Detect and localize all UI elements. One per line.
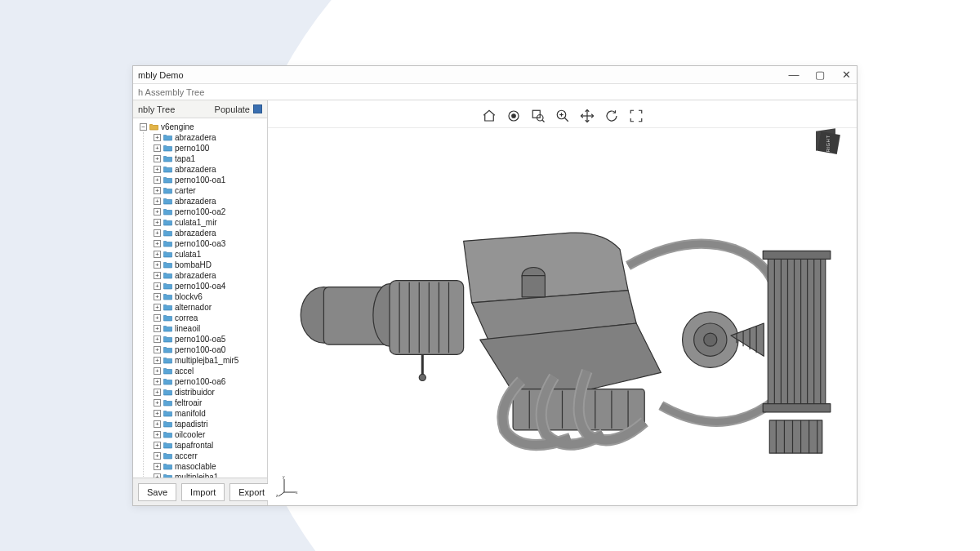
home-icon[interactable] [480,107,498,125]
expander-icon[interactable]: + [154,304,161,311]
tree-node[interactable]: +perno100-oa4 [154,281,265,291]
expander-icon[interactable]: + [154,442,161,449]
tree-node-label: abrazadera [175,228,216,238]
expander-icon[interactable]: + [154,208,161,216]
expander-icon[interactable]: + [154,431,161,438]
expander-icon[interactable]: + [154,176,161,184]
expander-icon[interactable]: + [154,367,161,375]
folder-icon [163,325,172,332]
expander-icon[interactable]: − [140,123,147,131]
expander-icon[interactable]: + [154,452,161,460]
tree-node[interactable]: +multiplejba1 [154,472,265,478]
svg-rect-44 [763,404,831,412]
tree-node[interactable]: +tapafrontal [154,440,265,451]
expander-icon[interactable]: + [154,144,161,152]
expander-icon[interactable]: + [154,261,161,269]
expander-icon[interactable]: + [154,282,161,290]
tree-node[interactable]: +perno100-oa6 [154,376,265,387]
tree-node[interactable]: +perno100 [154,143,265,153]
tree-node[interactable]: +perno100-oa3 [154,238,265,249]
folder-icon [163,304,172,311]
tree-root-node[interactable]: − v6engine [140,122,265,132]
tree-node[interactable]: +perno100-oa2 [154,207,265,217]
tree-node[interactable]: +distribuidor [154,387,265,398]
tree-node-label: accerr [175,451,198,461]
tree-node[interactable]: +perno100-oa0 [154,344,265,355]
expander-icon[interactable]: + [154,346,161,353]
fit-all-icon[interactable] [627,107,645,125]
app-window: mbly Demo — ▢ ✕ nbly Tree Populate − [132,65,858,506]
tree-node[interactable]: +feltroair [154,398,265,408]
visibility-icon[interactable] [505,107,523,125]
tree-node[interactable]: +perno100-oa5 [154,334,265,344]
expander-icon[interactable]: + [154,187,161,194]
viewport-3d[interactable]: RIGHT [268,100,857,505]
maximize-button[interactable]: ▢ [813,66,827,84]
tree-node-label: perno100-oa3 [175,238,225,249]
tree-node[interactable]: +perno100-oa1 [154,175,265,185]
tree-node[interactable]: +carter [154,185,265,196]
expander-icon[interactable]: + [154,357,161,364]
expander-icon[interactable]: + [154,251,161,258]
tree-node[interactable]: +accel [154,366,265,376]
tree-node[interactable]: +bombaHD [154,260,265,270]
expander-icon[interactable]: + [154,378,161,385]
tree-node[interactable]: +blockv6 [154,291,265,302]
expander-icon[interactable]: + [154,155,161,162]
folder-icon [163,378,172,385]
tree-node-label: manifold [175,408,206,419]
tree-node[interactable]: +accerr [154,451,265,461]
zoom-icon[interactable] [554,107,572,125]
expander-icon[interactable]: + [154,272,161,279]
tree-node[interactable]: +tapadistri [154,419,265,429]
orbit-icon[interactable] [603,107,621,125]
expander-icon[interactable]: + [154,240,161,247]
folder-icon [163,473,172,478]
tree-node-label: distribuidor [175,387,215,398]
close-button[interactable]: ✕ [839,66,853,84]
tree-search-input[interactable] [133,86,857,99]
tree-node[interactable]: +abrazadera [154,270,265,281]
folder-icon [163,463,172,470]
expander-icon[interactable]: + [154,410,161,417]
tree-node-label: multiplejba1_mir5 [175,355,238,366]
expander-icon[interactable]: + [154,463,161,470]
save-button[interactable]: Save [138,483,176,501]
populate-toggle[interactable]: Populate [215,104,262,114]
folder-icon [163,357,172,364]
tree-node[interactable]: +lineaoil [154,323,265,334]
tree-node[interactable]: +masoclable [154,461,265,472]
expander-icon[interactable]: + [154,389,161,396]
expander-icon[interactable]: + [154,198,161,205]
expander-icon[interactable]: + [154,293,161,300]
tree-node[interactable]: +multiplejba1_mir5 [154,355,265,366]
tree-node[interactable]: +abrazadera [154,228,265,238]
folder-icon [163,261,172,269]
pan-icon[interactable] [578,107,596,125]
tree-node[interactable]: +culata1_mir [154,217,265,228]
expander-icon[interactable]: + [154,420,161,428]
expander-icon[interactable]: + [154,134,161,141]
expander-icon[interactable]: + [154,325,161,332]
tree-node[interactable]: +correa [154,313,265,323]
tree-node[interactable]: +culata1 [154,249,265,260]
zoom-window-icon[interactable] [529,107,547,125]
tree-node[interactable]: +oilcooler [154,429,265,440]
expander-icon[interactable]: + [154,335,161,343]
expander-icon[interactable]: + [154,399,161,407]
tree-node[interactable]: +manifold [154,408,265,419]
tree-node[interactable]: +abrazadera [154,164,265,175]
export-button[interactable]: Export [229,483,274,501]
svg-rect-34 [768,257,826,405]
expander-icon[interactable]: + [154,229,161,237]
tree-node[interactable]: +tapa1 [154,153,265,164]
import-button[interactable]: Import [181,483,225,501]
expander-icon[interactable]: + [154,166,161,173]
minimize-button[interactable]: — [786,66,801,84]
tree-node[interactable]: +abrazadera [154,132,265,143]
tree-node[interactable]: +abrazadera [154,196,265,207]
expander-icon[interactable]: + [154,219,161,226]
tree-scroll[interactable]: − v6engine +abrazadera+perno100+tapa1+ab… [133,118,267,478]
expander-icon[interactable]: + [154,314,161,322]
tree-node[interactable]: +alternador [154,302,265,313]
